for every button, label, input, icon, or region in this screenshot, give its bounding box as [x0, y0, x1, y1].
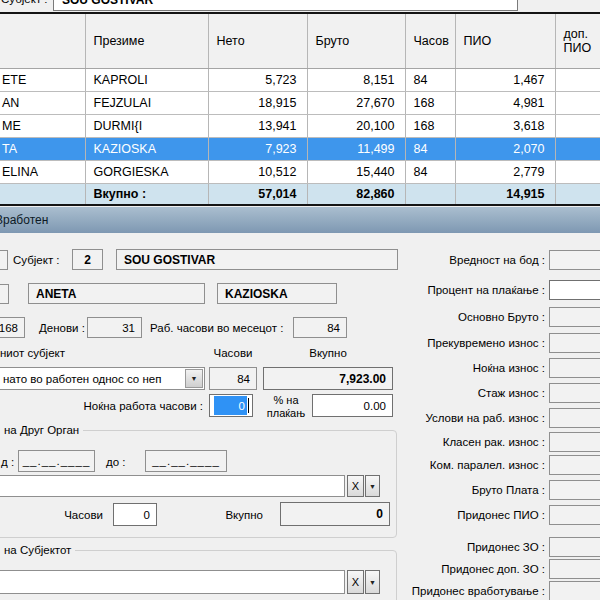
subject-strip-value: SOU GOSTIVAR	[62, 0, 153, 7]
first-name-field[interactable]: ANETA	[28, 283, 205, 304]
col-header-name[interactable]	[0, 14, 85, 68]
hours-column-header: Часови	[209, 345, 257, 361]
label-pridones-zo: Придонес ЗО :	[360, 537, 545, 557]
night-work-selection: 0	[214, 396, 247, 415]
field-kom-paralel-iznos[interactable]	[549, 455, 600, 475]
col-header-surname[interactable]: Презиме	[85, 14, 208, 68]
label-vrednost-bod: Вредност на бод :	[360, 250, 545, 270]
grid-header-row: Презиме Нето Бруто Часов ПИО доп. ПИО	[0, 14, 600, 68]
label-prekuvremeno-iznos: Прекувремено износ :	[360, 333, 545, 353]
total-bruto: 82,860	[307, 183, 405, 204]
table-row[interactable]: ETE KAPROLI 5,723 8,151 84 1,467	[0, 68, 600, 91]
cut-field-left-a[interactable]	[0, 250, 8, 270]
subject-label: Субјект :	[13, 252, 60, 268]
cut-field-left-b[interactable]	[0, 284, 9, 304]
subject-name-field[interactable]: SOU GOSTIVAR	[116, 249, 398, 270]
field-procent-plakanje[interactable]	[549, 280, 600, 300]
main-subject-caption: ниот субјект	[0, 345, 65, 361]
total-pio: 14,915	[455, 183, 555, 204]
subject-strip-label: Субјект :	[1, 0, 48, 5]
pct-pay-label: % на плаќањ	[263, 394, 309, 420]
date-from-label: д :	[1, 454, 14, 470]
col-header-dop-pio[interactable]: доп. ПИО	[555, 14, 600, 68]
label-pridones-vrabotuvanje: Придонес вработување :	[360, 581, 545, 600]
label-osnovno-bruto: Основно Бруто :	[360, 307, 545, 327]
label-staz-iznos: Стаж износ :	[360, 383, 545, 403]
field-prekuvremeno-iznos[interactable]	[549, 333, 600, 353]
field-nokna-iznos[interactable]	[549, 358, 600, 378]
table-row[interactable]: ME DURMI{I 13,941 20,100 168 3,618	[0, 114, 600, 137]
employee-grid: Презиме Нето Бруто Часов ПИО доп. ПИО ET…	[0, 12, 600, 206]
col-header-pio[interactable]: ПИО	[455, 14, 555, 68]
label-bruto-plata: Бруто Плата :	[360, 480, 545, 500]
field-pridones-pio[interactable]	[549, 505, 600, 525]
label-pridones-dop-zo: Придонес доп. ЗО :	[360, 559, 545, 579]
work-hours-month-field[interactable]: 84	[293, 317, 347, 338]
subject-id-field[interactable]: 2	[72, 249, 103, 270]
main-hours-field[interactable]: 84	[209, 367, 257, 390]
date-to-field[interactable]: __.__.____	[145, 450, 227, 472]
field-bruto-plata[interactable]	[549, 480, 600, 500]
employee-section-title: Вработен	[0, 213, 48, 227]
last-name-field[interactable]: KAZIOSKA	[217, 283, 337, 304]
field-pridones-dop-zo[interactable]	[549, 559, 600, 579]
subject-group-caption: на Субјектот	[0, 544, 75, 556]
employee-section-bar: Вработен	[0, 207, 600, 234]
clear-x-icon: X	[352, 480, 359, 492]
text-caret	[248, 398, 249, 413]
col-header-neto[interactable]: Нето	[208, 14, 307, 68]
subject-combo-field[interactable]	[0, 570, 345, 594]
total-neto: 57,014	[208, 183, 307, 204]
col-header-hours[interactable]: Часов	[405, 14, 455, 68]
night-work-field[interactable]: 0	[209, 394, 253, 417]
employment-combo-arrow-button[interactable]: ▼	[185, 369, 203, 388]
other-organ-combo-field[interactable]	[0, 475, 345, 497]
field-osnovno-bruto[interactable]	[549, 307, 600, 327]
label-procent-plakanje: Процент на плаќање :	[360, 280, 545, 300]
label-kom-paralel-iznos: Ком. паралел. износ :	[360, 455, 545, 475]
field-vrednost-bod[interactable]	[549, 250, 600, 270]
col-header-bruto[interactable]: Бруто	[307, 14, 405, 68]
field-pridones-vrabotuvanje[interactable]	[549, 581, 600, 600]
hours-left-field[interactable]: 168	[0, 317, 25, 338]
other-organ-caption: на Друг Орган	[0, 424, 83, 436]
other-organ-hours-field[interactable]: 0	[113, 503, 157, 526]
work-hours-month-label: Раб. часови во месецот :	[150, 320, 283, 336]
table-row[interactable]: AN FEJZULAI 18,915 27,670 168 4,981	[0, 91, 600, 114]
label-pridones-pio: Придонес ПИО :	[360, 505, 545, 525]
table-total-row: Вкупно : 57,014 82,860 14,915	[0, 183, 600, 204]
label-klasen-rak-iznos: Класен рак. износ :	[360, 432, 545, 452]
field-klasen-rak-iznos[interactable]	[549, 432, 600, 452]
night-work-label: Ноќна работа часови :	[20, 398, 203, 414]
field-pridones-zo[interactable]	[549, 537, 600, 557]
payroll-window: Субјект : SOU GOSTIVAR Презиме Нето Брут…	[0, 0, 600, 600]
top-subject-strip: Субјект : SOU GOSTIVAR	[0, 0, 600, 12]
other-organ-total-label: Вкупно	[200, 507, 263, 523]
date-from-field[interactable]: __.__.____	[18, 450, 95, 472]
field-uslovi-rab-iznos[interactable]	[549, 408, 600, 428]
employee-form: Субјект : 2 SOU GOSTIVAR ANETA KAZIOSKA …	[0, 233, 600, 600]
table-row[interactable]: ELINA GORGIESKA 10,512 15,440 84 2,779	[0, 160, 600, 183]
subject-strip-field[interactable]: SOU GOSTIVAR	[53, 0, 518, 11]
days-label: Денови :	[39, 320, 85, 336]
chevron-down-icon: ▼	[191, 375, 198, 382]
total-label: Вкупно :	[85, 183, 208, 204]
employment-type-combo[interactable]: нато во работен однос со неп ▼	[0, 367, 205, 390]
days-field[interactable]: 31	[87, 317, 142, 338]
field-staz-iznos[interactable]	[549, 383, 600, 403]
table-row-selected[interactable]: TA KAZIOSKA 7,923 11,499 84 2,070	[0, 137, 600, 160]
other-organ-hours-label: Часови	[30, 507, 103, 523]
date-to-label: до :	[106, 454, 126, 470]
clear-x-icon: X	[352, 576, 359, 588]
label-nokna-iznos: Ноќна износ :	[360, 358, 545, 378]
label-uslovi-rab-iznos: Услови на раб. износ :	[360, 408, 545, 428]
